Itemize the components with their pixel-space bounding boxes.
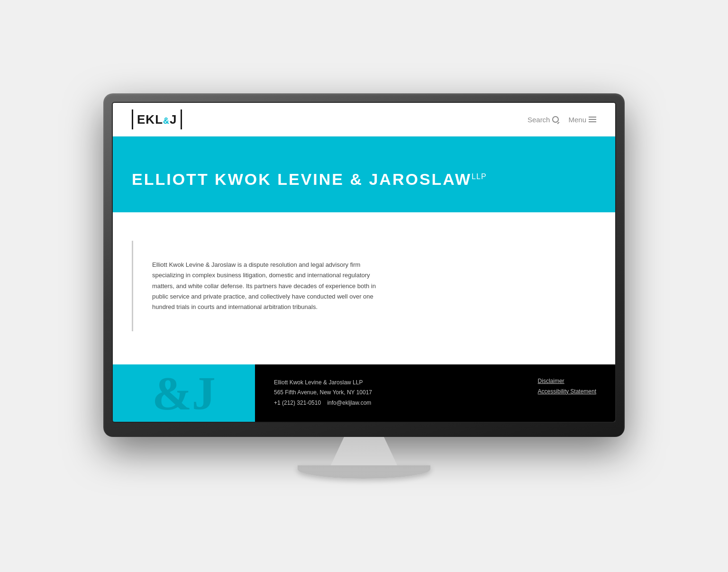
logo-area[interactable]: EKL&J xyxy=(132,109,182,129)
logo-letter-k: K xyxy=(146,112,155,127)
menu-button[interactable]: Menu xyxy=(568,116,596,124)
footer-address: 565 Fifth Avenue, New York, NY 10017 xyxy=(274,388,500,398)
scene: EKL&J Search Menu xyxy=(103,93,625,478)
site-header: EKL&J Search Menu xyxy=(113,103,615,136)
about-section: Elliott Kwok Levine & Jaroslaw is a disp… xyxy=(132,241,596,331)
footer-phone: +1 (212) 321-0510 xyxy=(274,399,321,406)
site-footer: &J Elliott Kwok Levine & Jaroslaw LLP 56… xyxy=(113,364,615,422)
footer-firm-name: Elliott Kwok Levine & Jaroslaw LLP xyxy=(274,378,500,388)
hamburger-icon xyxy=(589,117,596,122)
footer-contact-text: Elliott Kwok Levine & Jaroslaw LLP 565 F… xyxy=(274,378,500,409)
logo-letter-e: E xyxy=(137,112,146,127)
search-icon xyxy=(552,116,559,123)
footer-watermark: &J xyxy=(152,366,215,420)
monitor-screen: EKL&J Search Menu xyxy=(112,102,616,422)
menu-label: Menu xyxy=(568,116,586,124)
monitor-base xyxy=(298,465,430,479)
about-description: Elliott Kwok Levine & Jaroslaw is a disp… xyxy=(152,260,389,312)
header-nav: Search Menu xyxy=(528,116,596,124)
footer-email[interactable]: info@ekljlaw.com xyxy=(327,399,371,406)
logo-ampersand: & xyxy=(163,116,170,126)
firm-suffix: LLP xyxy=(472,173,486,181)
logo-letter-j: J xyxy=(170,112,177,127)
monitor-neck xyxy=(331,437,397,465)
footer-teal-panel: &J xyxy=(113,364,255,422)
firm-name-text: ELLIOTT KWOK LEVINE & JAROSLAW xyxy=(132,170,472,188)
disclaimer-link[interactable]: Disclaimer xyxy=(538,378,596,384)
monitor-bezel: EKL&J Search Menu xyxy=(103,93,625,436)
footer-contact-info: Elliott Kwok Levine & Jaroslaw LLP 565 F… xyxy=(255,364,519,422)
search-button[interactable]: Search xyxy=(528,116,559,124)
logo-letter-l: L xyxy=(155,112,163,127)
footer-phone-email: +1 (212) 321-0510 info@ekljlaw.com xyxy=(274,398,500,409)
search-label: Search xyxy=(528,116,550,124)
logo-text: EKL&J xyxy=(137,112,177,127)
content-wrapper: Elliott Kwok Levine & Jaroslaw is a disp… xyxy=(113,212,615,364)
firm-name-heading: ELLIOTT KWOK LEVINE & JAROSLAWLLP xyxy=(132,170,487,189)
logo-bar-right xyxy=(181,109,182,129)
hero-section: ELLIOTT KWOK LEVINE & JAROSLAWLLP xyxy=(113,136,615,212)
logo-bar-left xyxy=(132,109,133,129)
footer-links-panel: Disclaimer Accessibility Statement xyxy=(519,364,615,422)
accessibility-link[interactable]: Accessibility Statement xyxy=(538,388,596,395)
